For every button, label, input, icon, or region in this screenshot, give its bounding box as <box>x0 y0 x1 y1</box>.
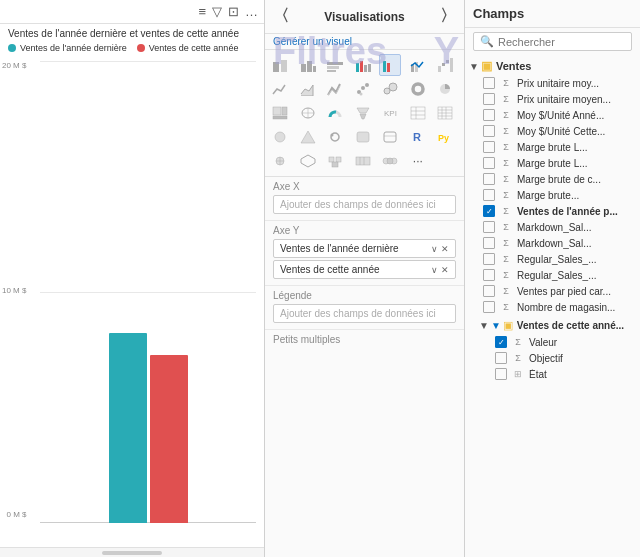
scrollbar-thumb[interactable] <box>102 551 162 555</box>
vis-icon-misc2[interactable] <box>297 150 319 172</box>
list-item[interactable]: ⊞ État <box>465 366 640 382</box>
vis-icon-misc1[interactable] <box>269 150 291 172</box>
vis-icon-donut[interactable] <box>407 78 429 100</box>
item-checkbox[interactable] <box>483 125 495 137</box>
search-box[interactable]: 🔍 <box>473 32 632 51</box>
item-checkbox[interactable] <box>483 301 495 313</box>
item-checkbox[interactable] <box>483 141 495 153</box>
vis-icon-scatter[interactable] <box>352 78 374 100</box>
vis-icon-misc3[interactable] <box>324 150 346 172</box>
axis-y-field-2-chevron[interactable]: ∨ <box>431 265 438 275</box>
list-item[interactable]: Σ Marge brute... <box>465 187 640 203</box>
vis-icon-stacked-bar2[interactable] <box>324 54 346 76</box>
sigma-icon: Σ <box>499 77 513 89</box>
item-checkbox[interactable] <box>483 269 495 281</box>
vis-icon-kpi[interactable]: KPI <box>379 102 401 124</box>
list-item[interactable]: Σ Prix unitaire moyen... <box>465 91 640 107</box>
vis-icon-stacked-bar[interactable] <box>269 54 291 76</box>
item-checkbox[interactable] <box>483 93 495 105</box>
list-item[interactable]: Σ Ventes par pied car... <box>465 283 640 299</box>
item-checkbox[interactable] <box>483 221 495 233</box>
vis-icon-shape[interactable] <box>269 126 291 148</box>
list-item[interactable]: Σ Regular_Sales_... <box>465 251 640 267</box>
vis-icon-misc5[interactable] <box>379 150 401 172</box>
item-checkbox[interactable] <box>495 352 507 364</box>
vis-icon-r[interactable]: R <box>407 126 429 148</box>
vis-icon-shape3[interactable] <box>324 126 346 148</box>
item-checkbox[interactable] <box>483 253 495 265</box>
nav-right-btn[interactable]: 〉 <box>440 6 456 27</box>
vis-icon-combo[interactable] <box>407 54 429 76</box>
vis-icon-more[interactable]: ··· <box>407 150 429 172</box>
vis-icon-bar[interactable] <box>297 54 319 76</box>
vis-icon-selected-clustered[interactable] <box>379 54 401 76</box>
item-checkbox-checked[interactable] <box>483 205 495 217</box>
list-item[interactable]: Σ Marge brute L... <box>465 139 640 155</box>
axis-y-field-2[interactable]: Ventes de cette année ∨ ✕ <box>273 260 456 279</box>
list-item[interactable]: Σ Nombre de magasin... <box>465 299 640 315</box>
generer-btn[interactable]: Générer un visuel <box>265 34 464 50</box>
legende-placeholder[interactable]: Ajouter des champs de données ici <box>273 304 456 323</box>
vis-icon-misc4[interactable] <box>352 150 374 172</box>
list-item[interactable]: Σ Markdown_Sal... <box>465 219 640 235</box>
vis-icon-waterfall[interactable] <box>434 54 456 76</box>
more-icon[interactable]: … <box>245 4 258 19</box>
filter-icon[interactable]: ▽ <box>212 4 222 19</box>
list-item[interactable]: Σ Objectif <box>465 350 640 366</box>
item-checkbox[interactable] <box>483 109 495 121</box>
list-item[interactable]: Σ Prix unitaire moy... <box>465 75 640 91</box>
vis-icon-ribbon[interactable] <box>324 78 346 100</box>
list-item[interactable]: Σ Marge brute L... <box>465 155 640 171</box>
list-item[interactable]: Σ Regular_Sales_... <box>465 267 640 283</box>
svg-rect-63 <box>356 157 370 165</box>
axis-y-field-1-close[interactable]: ✕ <box>441 244 449 254</box>
item-checkbox[interactable] <box>483 237 495 249</box>
axis-x-placeholder[interactable]: Ajouter des champs de données ici <box>273 195 456 214</box>
svg-point-21 <box>361 86 365 90</box>
expand-icon[interactable]: ⊡ <box>228 4 239 19</box>
item-checkbox[interactable] <box>483 189 495 201</box>
vis-icon-treemap[interactable] <box>269 102 291 124</box>
search-input[interactable] <box>498 36 625 48</box>
item-checkbox-checked[interactable] <box>495 336 507 348</box>
list-item[interactable]: Σ Valeur <box>465 334 640 350</box>
item-label: Moy $/Unité Cette... <box>517 126 605 137</box>
axis-y-field-2-close[interactable]: ✕ <box>441 265 449 275</box>
nav-left-btn[interactable]: 〈 <box>273 6 289 27</box>
item-checkbox[interactable] <box>483 173 495 185</box>
vis-icon-table2[interactable] <box>407 102 429 124</box>
list-item[interactable]: Σ Marge brute de c... <box>465 171 640 187</box>
list-item[interactable]: Σ Moy $/Unité Cette... <box>465 123 640 139</box>
petits-label: Petits multiples <box>273 334 456 345</box>
vis-icon-shape4[interactable] <box>352 126 374 148</box>
list-item[interactable]: Σ Ventes de l'année p... <box>465 203 640 219</box>
vis-icon-area[interactable] <box>297 78 319 100</box>
scrollbar-area[interactable] <box>0 547 264 557</box>
vis-icon-shape5[interactable] <box>379 126 401 148</box>
list-item[interactable]: Σ Moy $/Unité Anné... <box>465 107 640 123</box>
svg-marker-48 <box>301 131 315 143</box>
teal-dot <box>8 44 16 52</box>
item-checkbox[interactable] <box>483 77 495 89</box>
item-checkbox[interactable] <box>495 368 507 380</box>
vis-icon-funnel[interactable] <box>352 102 374 124</box>
vis-icon-clustered-bar[interactable] <box>352 54 374 76</box>
vis-icon-shape2[interactable] <box>297 126 319 148</box>
champs-subgroup-ventes-annee-header[interactable]: ▼ ▼ ▣ Ventes de cette anné... <box>465 317 640 334</box>
menu-icon[interactable]: ≡ <box>198 4 206 19</box>
list-item[interactable]: Σ Markdown_Sal... <box>465 235 640 251</box>
vis-icon-py[interactable]: Py <box>434 126 456 148</box>
axis-y-field-1-chevron[interactable]: ∨ <box>431 244 438 254</box>
vis-icon-gauge[interactable] <box>324 102 346 124</box>
vis-icon-bubble[interactable] <box>379 78 401 100</box>
sigma-icon: Σ <box>499 157 513 169</box>
axis-y-field-1[interactable]: Ventes de l'année dernière ∨ ✕ <box>273 239 456 258</box>
vis-icon-map[interactable] <box>297 102 319 124</box>
champs-group-ventes-header[interactable]: ▼ ▣ Ventes <box>465 57 640 75</box>
vis-icon-line[interactable] <box>269 78 291 100</box>
item-checkbox[interactable] <box>483 285 495 297</box>
vis-icon-pie[interactable] <box>434 78 456 100</box>
vis-icon-matrix[interactable] <box>434 102 456 124</box>
item-label: Objectif <box>529 353 563 364</box>
item-checkbox[interactable] <box>483 157 495 169</box>
